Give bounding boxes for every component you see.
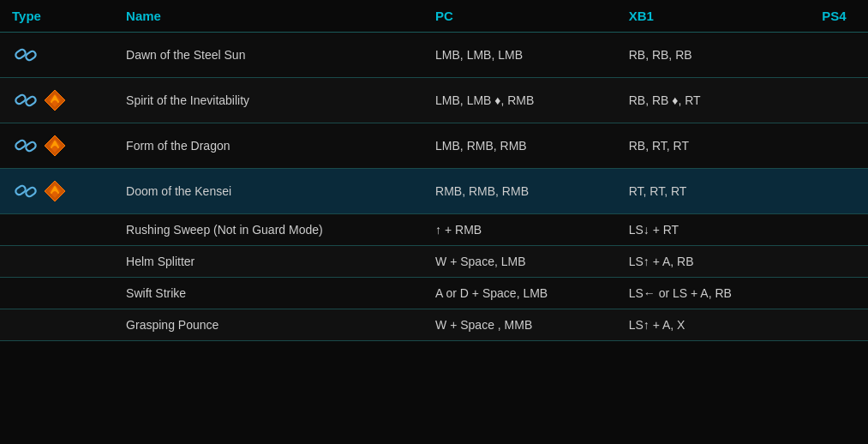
move-name: Helm Splitter [114,246,423,278]
xb1-controls: RB, RB ♦, RT [617,78,811,123]
svg-rect-3 [25,95,37,106]
svg-rect-10 [15,184,27,195]
table-header-row: Type Name PC XB1 PS4 [0,0,868,33]
move-name: Doom of the Kensei [114,169,423,214]
type-cell [0,169,114,214]
pc-controls: W + Space , MMB [423,309,617,341]
xb1-controls: LS↑ + A, X [617,309,811,341]
move-name: Spirit of the Inevitability [114,78,423,123]
move-name: Swift Strike [114,278,423,309]
pc-controls: LMB, RMB, RMB [423,123,617,169]
xb1-controls: RB, RT, RT [617,123,811,169]
xb1-controls: RB, RB, RB [617,33,811,78]
move-name: Grasping Pounce [114,309,423,341]
pc-controls: RMB, RMB, RMB [423,169,617,214]
xb1-controls: LS↓ + RT [617,214,811,246]
table-row: Doom of the KenseiRMB, RMB, RMBRT, RT, R… [0,169,868,214]
moves-table: Type Name PC XB1 PS4 Dawn of the Steel S… [0,0,868,341]
svg-rect-11 [25,186,37,197]
chain-icon [12,177,39,205]
type-cell [0,78,114,123]
table-row: Dawn of the Steel SunLMB, LMB, LMBRB, RB… [0,33,868,78]
type-cell [0,214,114,246]
move-name: Dawn of the Steel Sun [114,33,423,78]
pc-controls: LMB, LMB, LMB [423,33,617,78]
table-row: Spirit of the InevitabilityLMB, LMB ♦, R… [0,78,868,123]
pc-controls: ↑ + RMB [423,214,617,246]
svg-rect-1 [25,50,37,61]
pc-controls: W + Space, LMB [423,246,617,278]
diamond-icon [43,134,67,158]
ps4-controls [810,78,868,123]
diamond-icon [43,88,67,112]
svg-rect-2 [15,93,27,105]
xb1-controls: RT, RT, RT [617,169,811,214]
ps4-controls [810,33,868,78]
type-cell [0,309,114,341]
chain-icon [12,132,39,159]
type-cell [0,33,114,78]
svg-rect-6 [15,139,27,150]
move-name: Form of the Dragon [114,123,423,169]
ps4-controls [810,123,868,169]
move-name: Rushing Sweep (Not in Guard Mode) [114,214,423,246]
table-row: Form of the DragonLMB, RMB, RMBRB, RT, R… [0,123,868,169]
type-cell [0,123,114,169]
table-row: Swift StrikeA or D + Space, LMBLS← or LS… [0,278,868,309]
svg-rect-0 [15,48,27,59]
pc-controls: A or D + Space, LMB [423,278,617,309]
ps4-controls [810,278,868,309]
table-row: Grasping PounceW + Space , MMBLS↑ + A, X [0,309,868,341]
header-xb1: XB1 [617,0,811,33]
type-cell [0,246,114,278]
ps4-controls [810,246,868,278]
pc-controls: LMB, LMB ♦, RMB [423,78,617,123]
ps4-controls [810,309,868,341]
header-ps4: PS4 [810,0,868,33]
header-type: Type [0,0,114,33]
header-name: Name [114,0,423,33]
xb1-controls: LS← or LS + A, RB [617,278,811,309]
chain-icon [12,41,39,69]
xb1-controls: LS↑ + A, RB [617,246,811,278]
type-cell [0,278,114,309]
table-row: Helm SplitterW + Space, LMBLS↑ + A, RB [0,246,868,278]
ps4-controls [810,214,868,246]
chain-icon [12,87,39,114]
table-row: Rushing Sweep (Not in Guard Mode)↑ + RMB… [0,214,868,246]
ps4-controls [810,169,868,214]
header-pc: PC [423,0,617,33]
diamond-icon [43,179,67,203]
svg-rect-7 [25,141,37,152]
